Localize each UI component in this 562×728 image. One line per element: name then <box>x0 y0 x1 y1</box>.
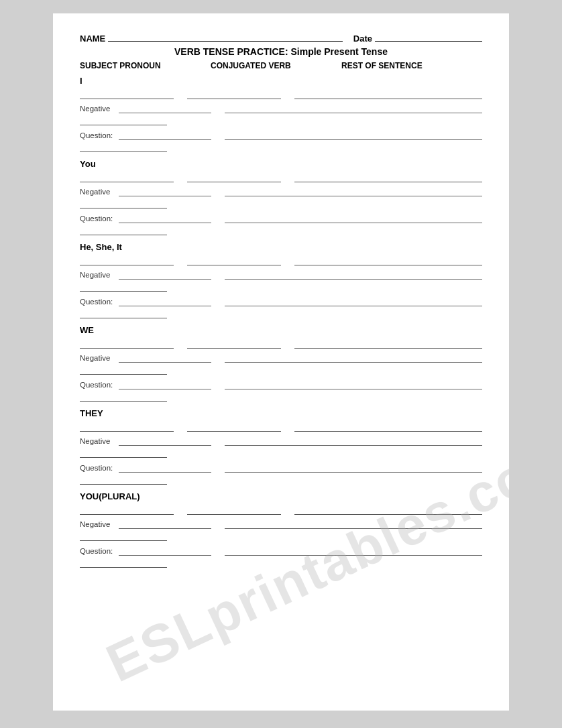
negative-long-line-2[interactable] <box>225 269 482 280</box>
bottom-line-4-0 <box>80 448 482 458</box>
aff-conjugated-line-3[interactable] <box>187 338 281 349</box>
aff-rest-line-3[interactable] <box>294 338 482 349</box>
bottom-line-3-1 <box>80 392 482 402</box>
col-rest-header: REST OF SENTENCE <box>341 61 482 70</box>
pronoun-label-1: You <box>80 159 482 169</box>
aff-pronoun-line-3[interactable] <box>80 338 174 349</box>
bottom-line-1-1 <box>80 226 482 235</box>
question-label-0: Question: <box>80 131 119 140</box>
question-long-line-4[interactable] <box>225 462 482 473</box>
negative-short-line-2[interactable] <box>119 269 211 280</box>
bottom-line-0-0 <box>80 116 482 125</box>
question-row-0[interactable]: Question: <box>80 129 482 140</box>
worksheet-title: VERB TENSE PRACTICE: Simple Present Tens… <box>80 46 482 57</box>
negative-row-4[interactable]: Negative <box>80 435 482 446</box>
affirmative-row-2[interactable] <box>80 255 482 265</box>
aff-rest-line-4[interactable] <box>294 421 482 432</box>
question-long-line-3[interactable] <box>225 379 482 389</box>
negative-long-line-5[interactable] <box>225 518 482 529</box>
negative-row-0[interactable]: Negative <box>80 103 482 113</box>
bottom-line-short-0-1 <box>80 143 167 152</box>
worksheet-page: ESLprintables.com NAME Date VERB TENSE P… <box>53 13 509 711</box>
question-short-line-5[interactable] <box>119 545 211 556</box>
name-line[interactable] <box>108 41 343 42</box>
aff-pronoun-line-4[interactable] <box>80 421 174 432</box>
affirmative-row-1[interactable] <box>80 172 482 182</box>
question-row-5[interactable]: Question: <box>80 545 482 556</box>
bottom-line-short-5-1 <box>80 558 167 568</box>
bottom-line-short-1-1 <box>80 226 167 235</box>
bottom-line-short-3-0 <box>80 365 167 375</box>
bottom-line-0-1 <box>80 143 482 152</box>
pronoun-label-0: I <box>80 76 482 86</box>
question-short-line-3[interactable] <box>119 379 211 389</box>
aff-pronoun-line-5[interactable] <box>80 504 174 515</box>
columns-header: SUBJECT PRONOUN CONJUGATED VERB REST OF … <box>80 61 482 70</box>
col-subject-header: SUBJECT PRONOUN <box>80 61 211 70</box>
bottom-line-short-3-1 <box>80 392 167 402</box>
negative-label-3: Negative <box>80 354 119 363</box>
section-you: YouNegativeQuestion: <box>80 159 482 235</box>
date-line[interactable] <box>375 41 482 42</box>
bottom-line-short-2-0 <box>80 282 167 292</box>
question-long-line-5[interactable] <box>225 545 482 556</box>
question-label-4: Question: <box>80 464 119 473</box>
negative-short-line-1[interactable] <box>119 186 211 196</box>
negative-long-line-0[interactable] <box>225 103 482 113</box>
name-label: NAME <box>80 34 105 44</box>
negative-label-4: Negative <box>80 437 119 446</box>
negative-long-line-4[interactable] <box>225 435 482 446</box>
negative-row-2[interactable]: Negative <box>80 269 482 280</box>
question-short-line-0[interactable] <box>119 129 211 140</box>
aff-conjugated-line-2[interactable] <box>187 255 281 265</box>
negative-short-line-3[interactable] <box>119 352 211 363</box>
aff-rest-line-2[interactable] <box>294 255 482 265</box>
question-short-line-1[interactable] <box>119 213 211 223</box>
aff-pronoun-line-1[interactable] <box>80 172 174 182</box>
question-long-line-2[interactable] <box>225 296 482 306</box>
aff-conjugated-line-4[interactable] <box>187 421 281 432</box>
question-row-2[interactable]: Question: <box>80 296 482 306</box>
aff-rest-line-0[interactable] <box>294 88 482 99</box>
aff-pronoun-line-2[interactable] <box>80 255 174 265</box>
section-they: THEYNegativeQuestion: <box>80 408 482 485</box>
pronoun-label-2: He, She, It <box>80 242 482 252</box>
bottom-line-2-0 <box>80 282 482 292</box>
question-label-3: Question: <box>80 381 119 389</box>
negative-short-line-5[interactable] <box>119 518 211 529</box>
section-we: WENegativeQuestion: <box>80 325 482 402</box>
affirmative-row-3[interactable] <box>80 338 482 349</box>
negative-long-line-1[interactable] <box>225 186 482 196</box>
aff-rest-line-1[interactable] <box>294 172 482 182</box>
aff-pronoun-line-0[interactable] <box>80 88 174 99</box>
negative-row-3[interactable]: Negative <box>80 352 482 363</box>
negative-label-0: Negative <box>80 105 119 113</box>
question-short-line-4[interactable] <box>119 462 211 473</box>
question-row-4[interactable]: Question: <box>80 462 482 473</box>
negative-row-1[interactable]: Negative <box>80 186 482 196</box>
aff-rest-line-5[interactable] <box>294 504 482 515</box>
bottom-line-1-0 <box>80 199 482 208</box>
affirmative-row-5[interactable] <box>80 504 482 515</box>
question-long-line-0[interactable] <box>225 129 482 140</box>
negative-short-line-0[interactable] <box>119 103 211 113</box>
pronoun-label-5: YOU(PLURAL) <box>80 491 482 501</box>
bottom-line-3-0 <box>80 365 482 375</box>
question-short-line-2[interactable] <box>119 296 211 306</box>
bottom-line-short-2-1 <box>80 309 167 318</box>
aff-conjugated-line-5[interactable] <box>187 504 281 515</box>
question-row-1[interactable]: Question: <box>80 213 482 223</box>
aff-conjugated-line-0[interactable] <box>187 88 281 99</box>
negative-row-5[interactable]: Negative <box>80 518 482 529</box>
negative-short-line-4[interactable] <box>119 435 211 446</box>
affirmative-row-4[interactable] <box>80 421 482 432</box>
section-he--she--it: He, She, ItNegativeQuestion: <box>80 242 482 318</box>
question-row-3[interactable]: Question: <box>80 379 482 389</box>
aff-conjugated-line-1[interactable] <box>187 172 281 182</box>
bottom-line-short-5-0 <box>80 532 167 541</box>
affirmative-row-0[interactable] <box>80 88 482 99</box>
bottom-line-5-1 <box>80 558 482 568</box>
question-label-2: Question: <box>80 298 119 306</box>
question-long-line-1[interactable] <box>225 213 482 223</box>
negative-long-line-3[interactable] <box>225 352 482 363</box>
